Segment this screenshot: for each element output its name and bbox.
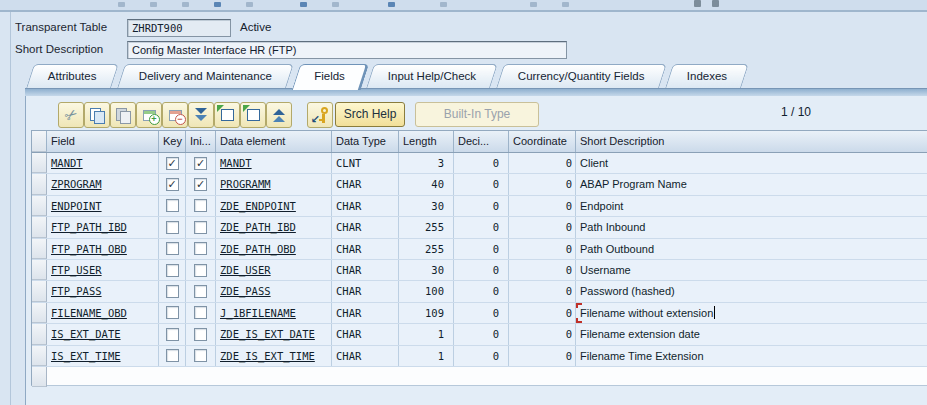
row-selector[interactable] <box>32 260 47 280</box>
length-cell[interactable]: 1 <box>399 324 454 344</box>
data-element-link[interactable]: ZDE_PATH_IBD <box>216 217 332 237</box>
key-checkbox[interactable] <box>166 264 179 277</box>
table-name-field[interactable]: ZHRDT900 <box>127 19 231 37</box>
data-type-cell[interactable]: CHAR <box>332 260 399 280</box>
tab-attributes[interactable]: Attributes <box>26 64 118 88</box>
decimals-cell[interactable]: 0 <box>454 239 509 259</box>
data-type-cell[interactable]: CHAR <box>332 303 399 323</box>
srch-help-key-button[interactable]: ↙ <box>307 102 333 128</box>
data-element-link[interactable]: ZDE_PATH_OBD <box>216 239 332 259</box>
delete-row-button[interactable] <box>162 102 188 128</box>
field-name-link[interactable]: FTP_PATH_IBD <box>47 217 159 237</box>
short-description-cell[interactable]: Username <box>576 260 927 280</box>
initial-checkbox[interactable] <box>194 242 207 255</box>
length-cell[interactable]: 100 <box>399 281 454 301</box>
decimals-cell[interactable]: 0 <box>454 196 509 216</box>
collapse-button[interactable] <box>240 102 266 128</box>
tab-fields[interactable]: Fields <box>291 64 368 90</box>
decimals-cell[interactable]: 0 <box>454 303 509 323</box>
length-cell[interactable]: 255 <box>399 217 454 237</box>
data-type-cell[interactable]: CHAR <box>332 346 399 366</box>
row-selector[interactable] <box>32 153 47 173</box>
row-selector[interactable] <box>32 239 47 259</box>
tab-delivery-and-maintenance[interactable]: Delivery and Maintenance <box>117 64 294 88</box>
key-checkbox[interactable]: ✓ <box>166 178 179 191</box>
tab-input-help-check[interactable]: Input Help/Check <box>366 64 498 88</box>
short-description-cell[interactable]: Path Outbound <box>576 239 927 259</box>
initial-checkbox[interactable]: ✓ <box>194 178 207 191</box>
initial-checkbox[interactable] <box>194 221 207 234</box>
decimals-cell[interactable]: 0 <box>454 260 509 280</box>
tab-currency-quantity-fields[interactable]: Currency/Quantity Fields <box>497 64 667 88</box>
data-type-cell[interactable]: CHAR <box>332 239 399 259</box>
srch-help-button[interactable]: Srch Help <box>335 102 405 127</box>
key-checkbox[interactable] <box>166 199 179 212</box>
field-name-link[interactable]: ZPROGRAM <box>47 174 159 194</box>
row-selector[interactable] <box>32 324 47 344</box>
row-selector[interactable] <box>32 303 47 323</box>
key-checkbox[interactable] <box>166 285 179 298</box>
short-description-cell[interactable]: Endpoint <box>576 196 927 216</box>
length-cell[interactable]: 3 <box>399 153 454 173</box>
short-description-cell[interactable]: ABAP Program Name <box>576 174 927 194</box>
row-selector[interactable] <box>32 174 47 194</box>
field-name-link[interactable]: FTP_PASS <box>47 281 159 301</box>
decimals-cell[interactable]: 0 <box>454 153 509 173</box>
initial-checkbox[interactable]: ✓ <box>194 157 207 170</box>
initial-checkbox[interactable] <box>194 285 207 298</box>
data-element-link[interactable]: PROGRAMM <box>216 174 332 194</box>
length-cell[interactable]: 40 <box>399 174 454 194</box>
tab-indexes[interactable]: Indexes <box>665 64 749 88</box>
data-type-cell[interactable]: CHAR <box>332 324 399 344</box>
scroll-to-bottom-button[interactable] <box>188 102 214 128</box>
initial-checkbox[interactable] <box>194 328 207 341</box>
key-checkbox[interactable]: ✓ <box>166 157 179 170</box>
expand-button[interactable] <box>214 102 240 128</box>
coordinate-cell[interactable]: 0 <box>509 281 576 301</box>
key-checkbox[interactable] <box>166 306 179 319</box>
coordinate-cell[interactable]: 0 <box>509 324 576 344</box>
scroll-to-top-button[interactable] <box>266 102 292 128</box>
empty-row-selector[interactable] <box>32 367 47 387</box>
row-selector[interactable] <box>32 281 47 301</box>
coordinate-cell[interactable]: 0 <box>509 346 576 366</box>
insert-row-button[interactable] <box>136 102 162 128</box>
coordinate-cell[interactable]: 0 <box>509 217 576 237</box>
field-name-link[interactable]: FTP_USER <box>47 260 159 280</box>
decimals-cell[interactable]: 0 <box>454 174 509 194</box>
length-cell[interactable]: 30 <box>399 196 454 216</box>
data-element-link[interactable]: ZDE_ENDPOINT <box>216 196 332 216</box>
data-element-link[interactable]: ZDE_IS_EXT_TIME <box>216 346 332 366</box>
short-description-field[interactable]: Config Master Interface HR (FTP) <box>127 41 567 59</box>
length-cell[interactable]: 109 <box>399 303 454 323</box>
field-name-link[interactable]: MANDT <box>47 153 159 173</box>
coordinate-cell[interactable]: 0 <box>509 174 576 194</box>
length-cell[interactable]: 1 <box>399 346 454 366</box>
initial-checkbox[interactable] <box>194 306 207 319</box>
coordinate-cell[interactable]: 0 <box>509 260 576 280</box>
data-element-link[interactable]: ZDE_PASS <box>216 281 332 301</box>
decimals-cell[interactable]: 0 <box>454 281 509 301</box>
short-description-cell[interactable]: Filename Time Extension <box>576 346 927 366</box>
length-cell[interactable]: 30 <box>399 260 454 280</box>
key-checkbox[interactable] <box>166 349 179 362</box>
data-type-cell[interactable]: CLNT <box>332 153 399 173</box>
decimals-cell[interactable]: 0 <box>454 217 509 237</box>
copy-button[interactable] <box>84 102 110 128</box>
data-element-link[interactable]: ZDE_IS_EXT_DATE <box>216 324 332 344</box>
initial-checkbox[interactable] <box>194 349 207 362</box>
field-name-link[interactable]: FTP_PATH_OBD <box>47 239 159 259</box>
initial-checkbox[interactable] <box>194 199 207 212</box>
decimals-cell[interactable]: 0 <box>454 346 509 366</box>
coordinate-cell[interactable]: 0 <box>509 239 576 259</box>
short-description-cell[interactable]: Path Inbound <box>576 217 927 237</box>
coordinate-cell[interactable]: 0 <box>509 303 576 323</box>
decimals-cell[interactable]: 0 <box>454 324 509 344</box>
data-type-cell[interactable]: CHAR <box>332 174 399 194</box>
data-type-cell[interactable]: CHAR <box>332 217 399 237</box>
data-type-cell[interactable]: CHAR <box>332 196 399 216</box>
coordinate-cell[interactable]: 0 <box>509 153 576 173</box>
short-description-cell[interactable]: Filename extension date <box>576 324 927 344</box>
row-selector[interactable] <box>32 217 47 237</box>
key-checkbox[interactable] <box>166 242 179 255</box>
